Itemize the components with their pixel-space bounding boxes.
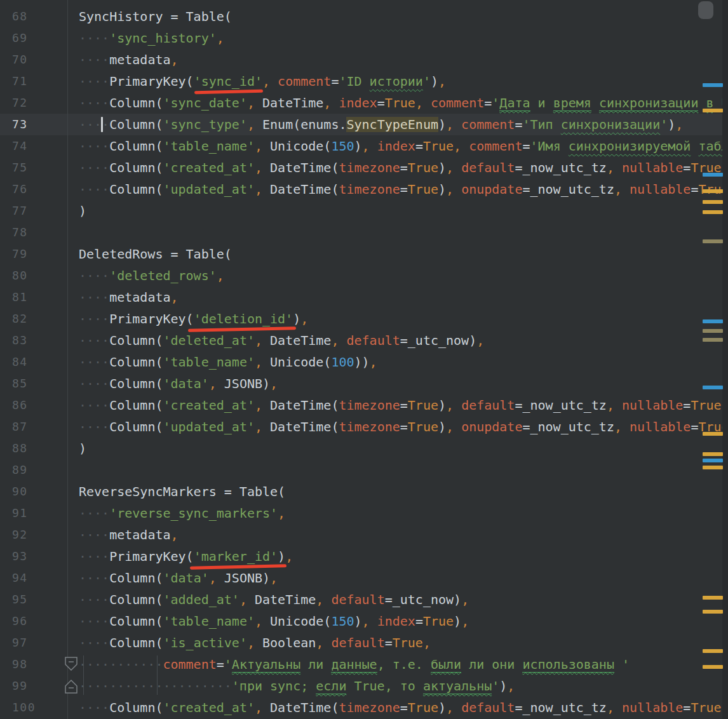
whitespace-dots: ····	[79, 506, 109, 521]
line-number[interactable]: 68	[12, 6, 28, 27]
line-number[interactable]: 88	[12, 438, 28, 459]
line-number[interactable]: 100	[12, 697, 36, 718]
error-stripe-mark[interactable]	[703, 665, 723, 669]
line-number[interactable]: 83	[12, 330, 28, 351]
code-token: DateTime	[247, 592, 316, 607]
line-number[interactable]: 71	[12, 71, 28, 92]
error-stripe-mark[interactable]	[703, 459, 723, 462]
code-line[interactable]: ····Column('data', JSONB),	[79, 373, 278, 394]
line-number[interactable]: 77	[12, 200, 28, 222]
line-number[interactable]: 93	[12, 546, 28, 567]
code-token: синхронизации	[561, 117, 661, 132]
code-line[interactable]: ····Column('sync_type', Enum(enums.SyncT…	[79, 114, 683, 135]
error-stripe-mark[interactable]	[703, 83, 723, 87]
code-line[interactable]: SyncHistory = Table(	[79, 6, 232, 27]
line-number[interactable]: 73	[12, 114, 28, 135]
error-stripe-mark[interactable]	[703, 596, 723, 600]
line-number[interactable]: 78	[12, 222, 28, 243]
line-number[interactable]: 69	[12, 27, 28, 49]
code-line[interactable]: ····'reverse_sync_markers',	[79, 502, 285, 524]
error-stripe-mark[interactable]	[703, 338, 723, 342]
line-number[interactable]: 84	[12, 351, 28, 373]
line-number[interactable]: 80	[12, 265, 28, 286]
line-number[interactable]: 79	[12, 243, 28, 265]
line-number[interactable]: 85	[12, 373, 28, 394]
code-line[interactable]: ····Column('added_at', DateTime, default…	[79, 589, 469, 610]
error-stripe-mark[interactable]	[703, 466, 723, 469]
code-token: Column(	[109, 419, 163, 434]
line-number[interactable]: 94	[12, 567, 28, 589]
code-line[interactable]: ····················'при sync; если True…	[79, 675, 515, 697]
code-line[interactable]: ····metadata,	[79, 524, 179, 546]
line-number[interactable]: 86	[12, 394, 28, 416]
code-line[interactable]: ····Column('is_active', Boolean, default…	[79, 632, 431, 654]
code-token: ,	[255, 700, 262, 715]
code-line[interactable]: ····Column('deleted_at', DateTime, defau…	[79, 330, 484, 351]
line-number[interactable]: 97	[12, 632, 28, 654]
line-number[interactable]: 91	[12, 502, 28, 524]
code-token: =	[400, 398, 408, 413]
code-token: ,	[270, 570, 278, 586]
code-line[interactable]: ····PrimaryKey('sync_id', comment='ID ис…	[79, 71, 446, 92]
line-number[interactable]: 92	[12, 524, 28, 546]
error-stripe-mark[interactable]	[703, 210, 723, 214]
error-stripe-mark[interactable]	[703, 109, 723, 112]
error-stripe-mark[interactable]	[703, 319, 723, 323]
scrollbar-thumb[interactable]	[698, 1, 713, 19]
code-line[interactable]: ····Column('updated_at', DateTime(timezo…	[79, 178, 728, 200]
line-number[interactable]: 99	[12, 675, 28, 697]
error-stripe-mark[interactable]	[703, 200, 723, 204]
code-line[interactable]: DeletedRows = Table(	[79, 243, 232, 265]
code-token: timezone	[339, 398, 400, 413]
code-line[interactable]: ····metadata,	[79, 286, 179, 308]
line-number[interactable]: 70	[12, 49, 28, 71]
line-number[interactable]: 81	[12, 286, 28, 308]
line-number[interactable]: 76	[12, 178, 28, 200]
error-stripe-mark[interactable]	[703, 610, 723, 614]
code-line[interactable]: ····metadata,	[79, 49, 179, 71]
line-number[interactable]: 75	[12, 157, 28, 178]
code-token: истории	[370, 74, 423, 89]
code-line[interactable]: ····Column('table_name', Unicode(150), i…	[79, 610, 469, 632]
code-line[interactable]: )	[79, 200, 86, 222]
code-line[interactable]: )	[79, 438, 86, 459]
code-line[interactable]: ····'sync_history',	[79, 27, 224, 49]
line-number[interactable]: 82	[12, 308, 28, 330]
error-stripe-mark[interactable]	[703, 239, 723, 243]
line-number[interactable]: 74	[12, 135, 28, 157]
code-line[interactable]: ····Column('table_name', Unicode(150), i…	[79, 135, 728, 157]
error-stripe-mark[interactable]	[703, 432, 723, 436]
code-token: =	[400, 700, 408, 715]
code-line[interactable]: ····Column('created_at', DateTime(timezo…	[79, 697, 728, 718]
line-number[interactable]: 89	[12, 459, 28, 481]
code-line[interactable]: ····Column('created_at', DateTime(timezo…	[79, 157, 728, 178]
code-line[interactable]: ····PrimaryKey('marker_id'),	[79, 546, 293, 567]
code-token: ли они	[461, 657, 522, 672]
code-line[interactable]: ReverseSyncMarkers = Table(	[79, 481, 285, 502]
line-number[interactable]: 98	[12, 654, 28, 675]
error-stripe-mark[interactable]	[703, 173, 723, 177]
error-stripe-mark[interactable]	[703, 329, 723, 333]
code-line[interactable]: ····Column('updated_at', DateTime(timezo…	[79, 416, 728, 438]
scrollbar-track[interactable]	[722, 0, 728, 719]
line-number[interactable]: 96	[12, 610, 28, 632]
fold-region-end-icon[interactable]	[64, 678, 78, 694]
code-token: comment	[469, 138, 522, 154]
fold-region-start-icon[interactable]	[64, 657, 78, 672]
code-line[interactable]: ···········comment='Актуальны ли данные,…	[79, 654, 630, 675]
line-number[interactable]: 72	[12, 92, 28, 114]
line-number[interactable]: 90	[12, 481, 28, 502]
error-stripe-mark[interactable]	[703, 386, 723, 389]
code-token	[454, 160, 461, 175]
error-stripe-mark[interactable]	[703, 649, 723, 653]
code-line[interactable]: ····'deleted_rows',	[79, 265, 224, 286]
code-token: =	[691, 419, 698, 434]
line-number[interactable]: 95	[12, 589, 28, 610]
code-line[interactable]: ····Column('data', JSONB),	[79, 567, 278, 589]
code-line[interactable]: ····Column('created_at', DateTime(timezo…	[79, 394, 728, 416]
code-line[interactable]: ····Column('sync_date', DateTime, index=…	[79, 92, 728, 114]
error-stripe-mark[interactable]	[703, 189, 723, 193]
error-stripe-mark[interactable]	[703, 452, 723, 456]
line-number[interactable]: 87	[12, 416, 28, 438]
code-line[interactable]: ····Column('table_name', Unicode(100)),	[79, 351, 377, 373]
